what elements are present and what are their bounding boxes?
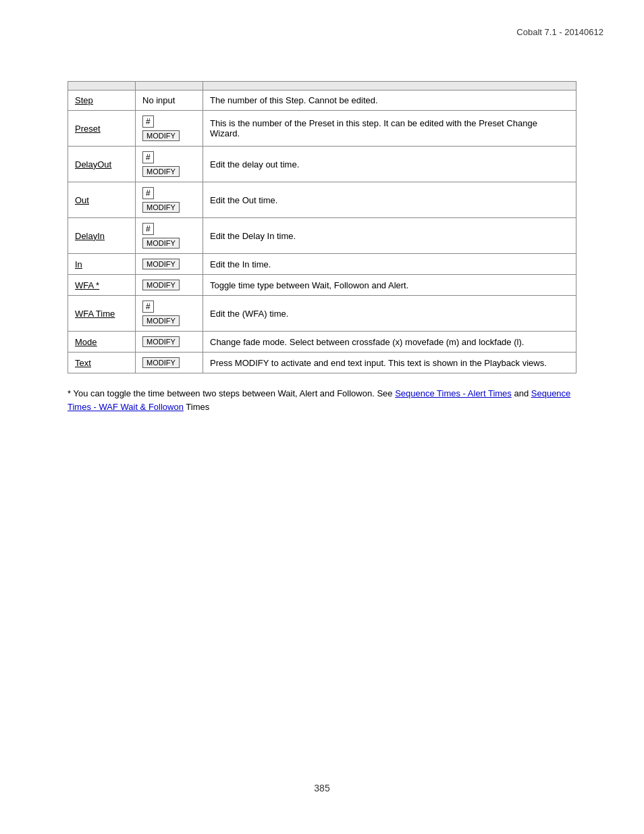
row-label: Mode (75, 337, 97, 347)
table-row: ModeMODIFYChange fade mode. Select betwe… (68, 332, 576, 353)
modify-button[interactable]: MODIFY (142, 315, 180, 326)
cell-name: WFA Time (68, 296, 136, 332)
cell-name: Out (68, 182, 136, 218)
cell-description: Edit the In time. (203, 254, 576, 275)
cell-name: DelayOut (68, 147, 136, 182)
cell-input: No input (136, 90, 203, 111)
cell-description: This is the number of the Preset in this… (203, 111, 576, 147)
cell-description: Change fade mode. Select between crossfa… (203, 332, 576, 353)
input-group: #MODIFY (142, 223, 196, 249)
footnote: * You can toggle the time between two st… (68, 387, 576, 413)
table-row: Preset#MODIFYThis is the number of the P… (68, 111, 576, 147)
row-label: DelayOut (75, 159, 111, 170)
hash-box: # (142, 301, 154, 313)
table-row: DelayIn#MODIFYEdit the Delay In time. (68, 218, 576, 254)
footnote-middle: and (512, 388, 531, 398)
hash-box: # (142, 223, 154, 235)
modify-button[interactable]: MODIFY (142, 130, 180, 141)
no-input-label: No input (142, 95, 175, 105)
cell-name: Preset (68, 111, 136, 147)
cell-input: #MODIFY (136, 182, 203, 218)
table-row: TextMODIFYPress MODIFY to activate and e… (68, 353, 576, 373)
page-number: 385 (314, 783, 329, 793)
table-row: StepNo inputThe number of this Step. Can… (68, 90, 576, 111)
page-header: Cobalt 7.1 - 20140612 (516, 27, 603, 37)
cell-name: Text (68, 353, 136, 373)
table-row: InMODIFYEdit the In time. (68, 254, 576, 275)
footnote-end: Times (184, 402, 209, 412)
cell-description: Edit the Delay In time. (203, 218, 576, 254)
hash-box: # (142, 151, 154, 163)
cell-name: DelayIn (68, 218, 136, 254)
cell-name: Mode (68, 332, 136, 353)
table-row: WFA Time#MODIFYEdit the (WFA) time. (68, 296, 576, 332)
modify-button[interactable]: MODIFY (142, 259, 180, 269)
cell-description: Toggle time type between Wait, Followon … (203, 275, 576, 296)
row-label: Preset (75, 124, 101, 134)
cell-name: WFA * (68, 275, 136, 296)
input-group: #MODIFY (142, 115, 196, 141)
row-label: Text (75, 358, 91, 368)
table-row: Out#MODIFYEdit the Out time. (68, 182, 576, 218)
cell-input: MODIFY (136, 275, 203, 296)
modify-button[interactable]: MODIFY (142, 202, 180, 213)
footnote-text: * You can toggle the time between two st… (68, 388, 395, 398)
modify-button[interactable]: MODIFY (142, 336, 180, 347)
cell-input: MODIFY (136, 353, 203, 373)
row-label: WFA Time (75, 309, 115, 319)
table-row: WFA *MODIFYToggle time type between Wait… (68, 275, 576, 296)
main-content: StepNo inputThe number of this Step. Can… (0, 0, 644, 454)
modify-button[interactable]: MODIFY (142, 357, 180, 368)
modify-button[interactable]: MODIFY (142, 238, 180, 249)
cell-name: Step (68, 90, 136, 111)
row-label: Step (75, 95, 93, 105)
cell-input: #MODIFY (136, 111, 203, 147)
hash-box: # (142, 187, 154, 199)
col-header-input (136, 82, 203, 90)
row-label: Out (75, 195, 89, 205)
cell-input: MODIFY (136, 254, 203, 275)
cell-input: MODIFY (136, 332, 203, 353)
modify-button[interactable]: MODIFY (142, 166, 180, 177)
cell-input: #MODIFY (136, 218, 203, 254)
cell-description: The number of this Step. Cannot be edite… (203, 90, 576, 111)
footnote-link1[interactable]: Sequence Times - Alert Times (395, 388, 512, 398)
row-label: DelayIn (75, 231, 105, 241)
reference-table: StepNo inputThe number of this Step. Can… (68, 81, 576, 373)
cell-description: Edit the (WFA) time. (203, 296, 576, 332)
col-header-name (68, 82, 136, 90)
cell-name: In (68, 254, 136, 275)
input-group: #MODIFY (142, 151, 196, 177)
cell-description: Edit the Out time. (203, 182, 576, 218)
header-title: Cobalt 7.1 - 20140612 (516, 27, 603, 37)
hash-box: # (142, 115, 154, 128)
input-group: #MODIFY (142, 301, 196, 326)
modify-button[interactable]: MODIFY (142, 280, 180, 290)
row-label: In (75, 259, 82, 269)
row-label: WFA * (75, 280, 99, 290)
cell-input: #MODIFY (136, 147, 203, 182)
table-header-row (68, 82, 576, 90)
table-row: DelayOut#MODIFYEdit the delay out time. (68, 147, 576, 182)
cell-input: #MODIFY (136, 296, 203, 332)
input-group: #MODIFY (142, 187, 196, 213)
cell-description: Press MODIFY to activate and end text in… (203, 353, 576, 373)
cell-description: Edit the delay out time. (203, 147, 576, 182)
col-header-desc (203, 82, 576, 90)
